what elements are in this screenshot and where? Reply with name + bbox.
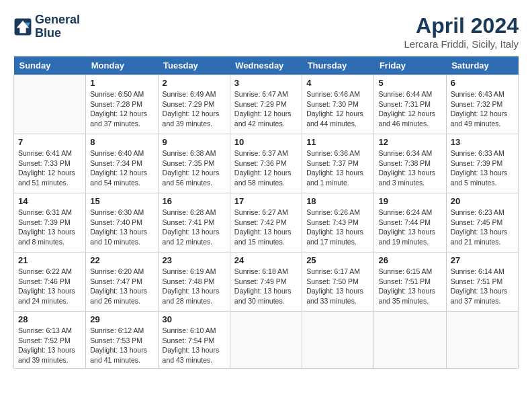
day-number: 9 [163,137,226,147]
cell-content: Sunrise: 6:28 AM Sunset: 7:41 PM Dayligh… [163,208,226,247]
calendar-week-1: 1Sunrise: 6:50 AM Sunset: 7:28 PM Daylig… [14,75,519,134]
day-number: 1 [90,78,153,88]
logo-text: General Blue [35,13,80,40]
cell-content: Sunrise: 6:19 AM Sunset: 7:48 PM Dayligh… [163,267,226,306]
cell-content: Sunrise: 6:18 AM Sunset: 7:49 PM Dayligh… [234,267,298,306]
day-number: 22 [90,255,153,265]
day-number: 25 [306,255,369,265]
calendar-cell: 14Sunrise: 6:31 AM Sunset: 7:39 PM Dayli… [14,193,86,253]
day-number: 4 [306,78,369,88]
calendar-cell: 22Sunrise: 6:20 AM Sunset: 7:47 PM Dayli… [86,253,158,312]
day-number: 14 [18,196,81,206]
cell-content: Sunrise: 6:27 AM Sunset: 7:42 PM Dayligh… [234,208,298,247]
cell-content: Sunrise: 6:36 AM Sunset: 7:37 PM Dayligh… [306,148,369,188]
calendar-cell: 15Sunrise: 6:30 AM Sunset: 7:40 PM Dayli… [86,193,158,253]
calendar-cell: 11Sunrise: 6:36 AM Sunset: 7:37 PM Dayli… [302,134,374,193]
cell-content: Sunrise: 6:23 AM Sunset: 7:45 PM Dayligh… [451,208,514,247]
calendar-cell: 3Sunrise: 6:47 AM Sunset: 7:29 PM Daylig… [230,75,302,134]
day-number: 24 [234,255,298,265]
cell-content: Sunrise: 6:34 AM Sunset: 7:38 PM Dayligh… [378,148,441,188]
day-number: 3 [234,78,298,88]
cell-content: Sunrise: 6:13 AM Sunset: 7:52 PM Dayligh… [18,326,81,365]
calendar-cell: 20Sunrise: 6:23 AM Sunset: 7:45 PM Dayli… [446,193,518,253]
calendar-cell: 30Sunrise: 6:10 AM Sunset: 7:54 PM Dayli… [158,312,230,369]
day-number: 13 [451,137,514,147]
calendar-cell: 29Sunrise: 6:12 AM Sunset: 7:53 PM Dayli… [86,312,158,369]
day-number: 26 [378,255,441,265]
cell-content: Sunrise: 6:26 AM Sunset: 7:43 PM Dayligh… [306,208,369,247]
cell-content: Sunrise: 6:24 AM Sunset: 7:44 PM Dayligh… [378,208,441,247]
calendar-cell [374,312,446,369]
cell-content: Sunrise: 6:38 AM Sunset: 7:35 PM Dayligh… [163,148,226,188]
cell-content: Sunrise: 6:14 AM Sunset: 7:51 PM Dayligh… [451,267,514,306]
cell-content: Sunrise: 6:44 AM Sunset: 7:31 PM Dayligh… [378,89,441,129]
cell-content: Sunrise: 6:50 AM Sunset: 7:28 PM Dayligh… [90,89,153,129]
calendar-cell: 26Sunrise: 6:15 AM Sunset: 7:51 PM Dayli… [374,253,446,312]
day-header-saturday: Saturday [446,56,518,75]
day-header-thursday: Thursday [302,56,374,75]
day-number: 8 [90,137,153,147]
calendar-cell: 27Sunrise: 6:14 AM Sunset: 7:51 PM Dayli… [446,253,518,312]
day-header-tuesday: Tuesday [158,56,230,75]
page-header: General Blue April 2024 Lercara Friddi, … [13,13,519,50]
header-row: SundayMondayTuesdayWednesdayThursdayFrid… [14,56,519,75]
calendar-cell: 17Sunrise: 6:27 AM Sunset: 7:42 PM Dayli… [230,193,302,253]
calendar-cell: 21Sunrise: 6:22 AM Sunset: 7:46 PM Dayli… [14,253,86,312]
cell-content: Sunrise: 6:49 AM Sunset: 7:29 PM Dayligh… [163,89,226,129]
day-number: 19 [378,196,441,206]
calendar-cell: 24Sunrise: 6:18 AM Sunset: 7:49 PM Dayli… [230,253,302,312]
calendar-cell: 19Sunrise: 6:24 AM Sunset: 7:44 PM Dayli… [374,193,446,253]
calendar-cell [230,312,302,369]
day-number: 18 [306,196,369,206]
calendar-week-3: 14Sunrise: 6:31 AM Sunset: 7:39 PM Dayli… [14,193,519,253]
day-number: 10 [234,137,298,147]
calendar-cell: 23Sunrise: 6:19 AM Sunset: 7:48 PM Dayli… [158,253,230,312]
calendar-week-4: 21Sunrise: 6:22 AM Sunset: 7:46 PM Dayli… [14,253,519,312]
calendar-cell: 10Sunrise: 6:37 AM Sunset: 7:36 PM Dayli… [230,134,302,193]
day-number: 12 [378,137,441,147]
calendar-cell [302,312,374,369]
day-number: 20 [451,196,514,206]
cell-content: Sunrise: 6:20 AM Sunset: 7:47 PM Dayligh… [90,267,153,306]
day-header-monday: Monday [86,56,158,75]
calendar-cell: 1Sunrise: 6:50 AM Sunset: 7:28 PM Daylig… [86,75,158,134]
cell-content: Sunrise: 6:40 AM Sunset: 7:34 PM Dayligh… [90,148,153,188]
cell-content: Sunrise: 6:46 AM Sunset: 7:30 PM Dayligh… [306,89,369,129]
calendar-cell [446,312,518,369]
day-number: 30 [163,314,226,324]
calendar-cell: 6Sunrise: 6:43 AM Sunset: 7:32 PM Daylig… [446,75,518,134]
cell-content: Sunrise: 6:37 AM Sunset: 7:36 PM Dayligh… [234,148,298,188]
calendar-week-5: 28Sunrise: 6:13 AM Sunset: 7:52 PM Dayli… [14,312,519,369]
logo: General Blue [13,13,80,40]
location: Lercara Friddi, Sicily, Italy [404,38,519,50]
cell-content: Sunrise: 6:22 AM Sunset: 7:46 PM Dayligh… [18,267,81,306]
cell-content: Sunrise: 6:43 AM Sunset: 7:32 PM Dayligh… [451,89,514,129]
cell-content: Sunrise: 6:10 AM Sunset: 7:54 PM Dayligh… [163,326,226,365]
day-number: 28 [18,314,81,324]
day-header-friday: Friday [374,56,446,75]
cell-content: Sunrise: 6:47 AM Sunset: 7:29 PM Dayligh… [234,89,298,129]
day-number: 11 [306,137,369,147]
calendar-cell: 2Sunrise: 6:49 AM Sunset: 7:29 PM Daylig… [158,75,230,134]
day-number: 27 [451,255,514,265]
day-number: 15 [90,196,153,206]
calendar-cell: 9Sunrise: 6:38 AM Sunset: 7:35 PM Daylig… [158,134,230,193]
calendar-cell: 5Sunrise: 6:44 AM Sunset: 7:31 PM Daylig… [374,75,446,134]
day-header-sunday: Sunday [14,56,86,75]
calendar-cell: 18Sunrise: 6:26 AM Sunset: 7:43 PM Dayli… [302,193,374,253]
cell-content: Sunrise: 6:33 AM Sunset: 7:39 PM Dayligh… [451,148,514,188]
day-number: 6 [451,78,514,88]
calendar-cell: 7Sunrise: 6:41 AM Sunset: 7:33 PM Daylig… [14,134,86,193]
logo-icon [13,17,32,36]
day-number: 29 [90,314,153,324]
cell-content: Sunrise: 6:41 AM Sunset: 7:33 PM Dayligh… [18,148,81,188]
calendar-cell: 16Sunrise: 6:28 AM Sunset: 7:41 PM Dayli… [158,193,230,253]
day-number: 21 [18,255,81,265]
day-number: 5 [378,78,441,88]
calendar-week-2: 7Sunrise: 6:41 AM Sunset: 7:33 PM Daylig… [14,134,519,193]
calendar-cell: 28Sunrise: 6:13 AM Sunset: 7:52 PM Dayli… [14,312,86,369]
title-block: April 2024 Lercara Friddi, Sicily, Italy [404,13,519,50]
cell-content: Sunrise: 6:15 AM Sunset: 7:51 PM Dayligh… [378,267,441,306]
calendar-cell: 13Sunrise: 6:33 AM Sunset: 7:39 PM Dayli… [446,134,518,193]
cell-content: Sunrise: 6:17 AM Sunset: 7:50 PM Dayligh… [306,267,369,306]
